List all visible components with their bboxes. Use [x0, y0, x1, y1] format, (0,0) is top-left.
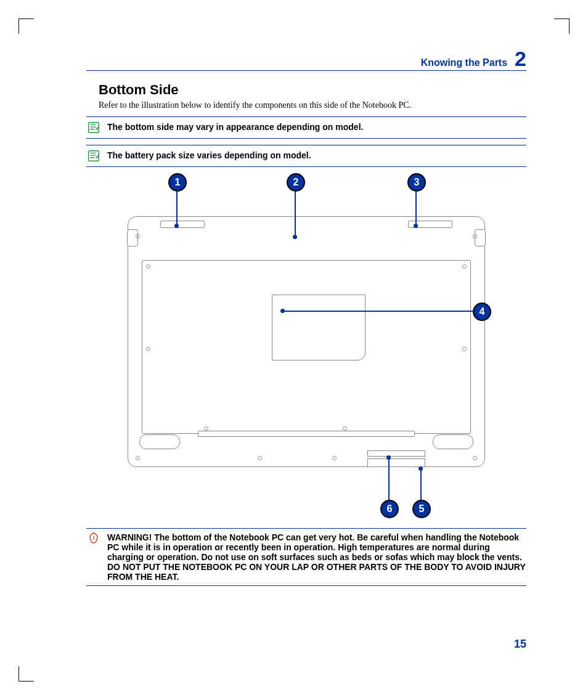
vent-slot: [367, 450, 425, 457]
chapter-title: Knowing the Parts: [421, 57, 507, 68]
note-block-2: The battery pack size varies depending o…: [86, 145, 526, 167]
laptop-bottom-outline: [128, 216, 485, 467]
docking-port: [367, 458, 425, 467]
lead-2-dot: [293, 235, 297, 239]
screw: [136, 456, 140, 460]
note-icon: [86, 149, 101, 163]
section-subtitle: Refer to the illustration below to ident…: [99, 100, 526, 110]
section-heading: Bottom Side: [99, 82, 526, 98]
callout-1: 1: [168, 173, 187, 192]
lead-5: [420, 469, 422, 500]
compartment-panel: [142, 260, 471, 434]
bottom-side-diagram: 1 2 3 4 5 6: [121, 173, 491, 518]
screw: [204, 426, 208, 431]
warning-block: ! WARNING! The bottom of the Notebook PC…: [86, 528, 526, 586]
callout-4: 4: [473, 303, 491, 321]
screw: [146, 347, 150, 351]
crop-mark-bl: [18, 666, 34, 682]
screw: [136, 234, 140, 238]
note-text-1: The bottom side may vary in appearance d…: [107, 121, 363, 132]
callout-3: 3: [407, 173, 426, 192]
svg-text:!: !: [92, 534, 94, 541]
lead-6-dot: [386, 455, 391, 460]
note-text-2: The battery pack size varies depending o…: [107, 149, 311, 160]
screw: [462, 347, 467, 351]
warning-text: WARNING! The bottom of the Notebook PC c…: [107, 532, 526, 582]
header-divider: [86, 70, 526, 71]
page-content: Knowing the Parts 2 Bottom Side Refer to…: [86, 48, 526, 645]
crop-mark-tl: [18, 18, 34, 34]
screw: [473, 456, 477, 460]
callout-5: 5: [412, 500, 431, 518]
callout-2: 2: [287, 173, 305, 192]
lead-2: [295, 190, 296, 236]
lead-3: [415, 190, 417, 225]
chapter-number: 2: [515, 48, 526, 69]
svg-rect-1: [89, 151, 99, 161]
chapter-header: Knowing the Parts 2: [86, 48, 526, 69]
lead-4-dot: [280, 309, 285, 313]
screw: [462, 264, 467, 269]
screw: [146, 264, 150, 269]
lead-1-dot: [174, 224, 179, 228]
battery-lock-left: [160, 221, 205, 228]
page-number: 15: [514, 638, 526, 651]
lead-1: [176, 190, 178, 225]
callout-6: 6: [380, 500, 399, 518]
screw: [258, 456, 262, 460]
screw: [473, 234, 477, 238]
lead-5-dot: [419, 466, 423, 471]
screw: [343, 426, 347, 431]
crop-mark-tr: [554, 18, 570, 34]
panel-edge: [198, 431, 415, 437]
svg-rect-0: [89, 123, 99, 133]
label-panel: [272, 295, 365, 360]
screw: [332, 456, 337, 460]
lead-6: [388, 458, 390, 500]
lead-4: [283, 311, 473, 312]
rubber-foot-right: [433, 434, 473, 449]
note-icon: [86, 121, 101, 134]
warning-icon: !: [86, 532, 101, 546]
lead-3-dot: [414, 224, 418, 228]
rubber-foot-left: [139, 434, 180, 449]
note-block-1: The bottom side may vary in appearance d…: [86, 116, 526, 139]
